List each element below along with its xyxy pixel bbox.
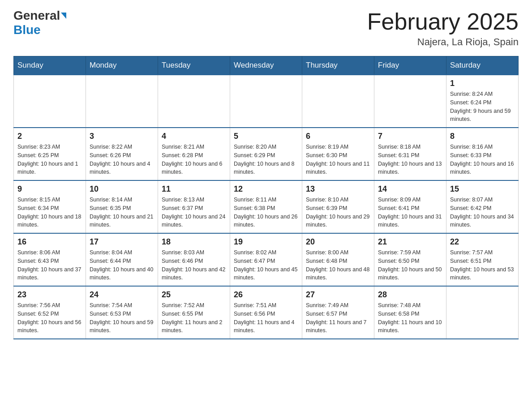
day-info: Sunrise: 8:16 AM Sunset: 6:33 PM Dayligh… [450, 143, 515, 176]
calendar-day-cell: 2Sunrise: 8:23 AM Sunset: 6:25 PM Daylig… [14, 128, 86, 180]
day-number: 8 [450, 132, 515, 141]
day-number: 18 [162, 237, 226, 247]
day-number: 3 [90, 132, 154, 141]
calendar-day-cell: 16Sunrise: 8:06 AM Sunset: 6:43 PM Dayli… [14, 233, 86, 286]
calendar-day-cell: 17Sunrise: 8:04 AM Sunset: 6:44 PM Dayli… [86, 233, 158, 286]
calendar-day-cell: 4Sunrise: 8:21 AM Sunset: 6:28 PM Daylig… [158, 128, 230, 180]
day-number: 22 [450, 237, 515, 247]
day-number: 9 [17, 184, 82, 194]
day-info: Sunrise: 8:23 AM Sunset: 6:25 PM Dayligh… [17, 143, 82, 176]
calendar-day-cell: 15Sunrise: 8:07 AM Sunset: 6:42 PM Dayli… [446, 180, 519, 233]
day-of-week-header: Tuesday [158, 56, 230, 75]
day-info: Sunrise: 8:03 AM Sunset: 6:46 PM Dayligh… [162, 248, 226, 282]
day-info: Sunrise: 7:57 AM Sunset: 6:51 PM Dayligh… [450, 248, 515, 282]
day-number: 19 [234, 237, 298, 247]
logo: General Blue [13, 9, 66, 37]
day-number: 13 [306, 184, 370, 194]
day-info: Sunrise: 8:21 AM Sunset: 6:28 PM Dayligh… [162, 143, 226, 176]
calendar-day-cell [302, 75, 374, 128]
location-subtitle: Najera, La Rioja, Spain [367, 36, 519, 48]
day-info: Sunrise: 7:56 AM Sunset: 6:52 PM Dayligh… [17, 301, 82, 335]
day-of-week-header: Friday [374, 56, 446, 75]
calendar-day-cell: 26Sunrise: 7:51 AM Sunset: 6:56 PM Dayli… [230, 286, 302, 339]
calendar-day-cell: 21Sunrise: 7:59 AM Sunset: 6:50 PM Dayli… [374, 233, 446, 286]
day-info: Sunrise: 7:54 AM Sunset: 6:53 PM Dayligh… [90, 301, 154, 335]
day-info: Sunrise: 7:51 AM Sunset: 6:56 PM Dayligh… [234, 301, 298, 335]
day-info: Sunrise: 8:19 AM Sunset: 6:30 PM Dayligh… [306, 143, 370, 176]
calendar-day-cell [374, 75, 446, 128]
day-number: 21 [378, 237, 442, 247]
calendar-day-cell: 10Sunrise: 8:14 AM Sunset: 6:35 PM Dayli… [86, 180, 158, 233]
calendar-day-cell: 24Sunrise: 7:54 AM Sunset: 6:53 PM Dayli… [86, 286, 158, 339]
logo-text-blue: Blue [13, 23, 41, 37]
day-of-week-header: Monday [86, 56, 158, 75]
day-info: Sunrise: 7:59 AM Sunset: 6:50 PM Dayligh… [378, 248, 442, 282]
day-info: Sunrise: 8:04 AM Sunset: 6:44 PM Dayligh… [90, 248, 154, 282]
day-info: Sunrise: 8:22 AM Sunset: 6:26 PM Dayligh… [90, 143, 154, 176]
day-info: Sunrise: 8:06 AM Sunset: 6:43 PM Dayligh… [17, 248, 82, 282]
calendar-day-cell: 18Sunrise: 8:03 AM Sunset: 6:46 PM Dayli… [158, 233, 230, 286]
calendar-day-cell: 22Sunrise: 7:57 AM Sunset: 6:51 PM Dayli… [446, 233, 519, 286]
month-title: February 2025 [367, 9, 519, 34]
day-info: Sunrise: 7:48 AM Sunset: 6:58 PM Dayligh… [378, 301, 442, 335]
day-number: 2 [17, 132, 82, 141]
day-info: Sunrise: 8:00 AM Sunset: 6:48 PM Dayligh… [306, 248, 370, 282]
calendar-day-cell [446, 286, 519, 339]
day-of-week-header: Saturday [446, 56, 519, 75]
calendar-day-cell: 12Sunrise: 8:11 AM Sunset: 6:38 PM Dayli… [230, 180, 302, 233]
day-number: 17 [90, 237, 154, 247]
day-number: 10 [90, 184, 154, 194]
calendar-day-cell: 9Sunrise: 8:15 AM Sunset: 6:34 PM Daylig… [14, 180, 86, 233]
day-info: Sunrise: 8:15 AM Sunset: 6:34 PM Dayligh… [17, 196, 82, 229]
day-number: 16 [17, 237, 82, 247]
day-number: 27 [306, 290, 370, 300]
calendar-day-cell [230, 75, 302, 128]
day-info: Sunrise: 8:18 AM Sunset: 6:31 PM Dayligh… [378, 143, 442, 176]
day-number: 1 [450, 79, 515, 88]
calendar-week-row: 1Sunrise: 8:24 AM Sunset: 6:24 PM Daylig… [14, 75, 519, 128]
day-info: Sunrise: 8:20 AM Sunset: 6:29 PM Dayligh… [234, 143, 298, 176]
calendar-day-cell: 19Sunrise: 8:02 AM Sunset: 6:47 PM Dayli… [230, 233, 302, 286]
calendar-week-row: 9Sunrise: 8:15 AM Sunset: 6:34 PM Daylig… [14, 180, 519, 233]
logo-text-general: General [13, 9, 60, 23]
day-info: Sunrise: 8:11 AM Sunset: 6:38 PM Dayligh… [234, 196, 298, 229]
day-number: 20 [306, 237, 370, 247]
calendar-week-row: 2Sunrise: 8:23 AM Sunset: 6:25 PM Daylig… [14, 128, 519, 180]
day-info: Sunrise: 8:13 AM Sunset: 6:37 PM Dayligh… [162, 196, 226, 229]
day-number: 28 [378, 290, 442, 300]
day-number: 23 [17, 290, 82, 300]
calendar-day-cell: 1Sunrise: 8:24 AM Sunset: 6:24 PM Daylig… [446, 75, 519, 128]
calendar-header-row: SundayMondayTuesdayWednesdayThursdayFrid… [14, 56, 519, 75]
calendar-day-cell: 3Sunrise: 8:22 AM Sunset: 6:26 PM Daylig… [86, 128, 158, 180]
day-info: Sunrise: 7:52 AM Sunset: 6:55 PM Dayligh… [162, 301, 226, 335]
day-info: Sunrise: 8:02 AM Sunset: 6:47 PM Dayligh… [234, 248, 298, 282]
day-number: 25 [162, 290, 226, 300]
day-info: Sunrise: 7:49 AM Sunset: 6:57 PM Dayligh… [306, 301, 370, 335]
calendar-week-row: 23Sunrise: 7:56 AM Sunset: 6:52 PM Dayli… [14, 286, 519, 339]
calendar-table: SundayMondayTuesdayWednesdayThursdayFrid… [13, 56, 519, 339]
day-number: 6 [306, 132, 370, 141]
calendar-day-cell: 11Sunrise: 8:13 AM Sunset: 6:37 PM Dayli… [158, 180, 230, 233]
calendar-day-cell [86, 75, 158, 128]
calendar-day-cell: 5Sunrise: 8:20 AM Sunset: 6:29 PM Daylig… [230, 128, 302, 180]
calendar-day-cell: 27Sunrise: 7:49 AM Sunset: 6:57 PM Dayli… [302, 286, 374, 339]
day-number: 12 [234, 184, 298, 194]
day-number: 14 [378, 184, 442, 194]
calendar-day-cell [14, 75, 86, 128]
calendar-day-cell: 14Sunrise: 8:09 AM Sunset: 6:41 PM Dayli… [374, 180, 446, 233]
calendar-week-row: 16Sunrise: 8:06 AM Sunset: 6:43 PM Dayli… [14, 233, 519, 286]
day-number: 5 [234, 132, 298, 141]
calendar-day-cell: 20Sunrise: 8:00 AM Sunset: 6:48 PM Dayli… [302, 233, 374, 286]
day-info: Sunrise: 8:07 AM Sunset: 6:42 PM Dayligh… [450, 196, 515, 229]
day-number: 7 [378, 132, 442, 141]
calendar-day-cell: 23Sunrise: 7:56 AM Sunset: 6:52 PM Dayli… [14, 286, 86, 339]
calendar-day-cell: 28Sunrise: 7:48 AM Sunset: 6:58 PM Dayli… [374, 286, 446, 339]
day-info: Sunrise: 8:24 AM Sunset: 6:24 PM Dayligh… [450, 90, 515, 124]
calendar-day-cell: 8Sunrise: 8:16 AM Sunset: 6:33 PM Daylig… [446, 128, 519, 180]
day-info: Sunrise: 8:09 AM Sunset: 6:41 PM Dayligh… [378, 196, 442, 229]
day-info: Sunrise: 8:10 AM Sunset: 6:39 PM Dayligh… [306, 196, 370, 229]
day-number: 4 [162, 132, 226, 141]
calendar-day-cell [158, 75, 230, 128]
calendar-day-cell: 7Sunrise: 8:18 AM Sunset: 6:31 PM Daylig… [374, 128, 446, 180]
title-block: February 2025 Najera, La Rioja, Spain [367, 9, 519, 48]
